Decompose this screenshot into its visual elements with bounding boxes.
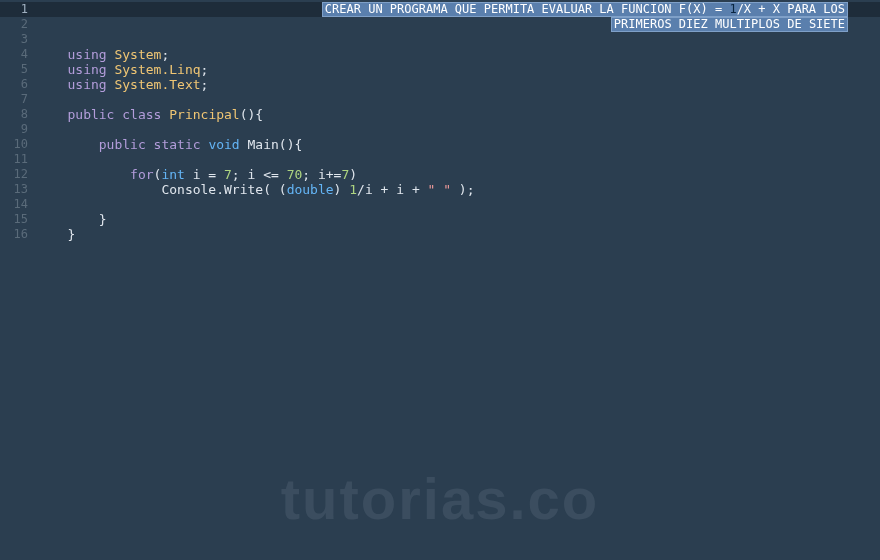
keyword: using (67, 47, 106, 62)
number: 70 (287, 167, 303, 182)
code-line[interactable]: using System; (36, 47, 880, 62)
punct: ) (349, 167, 357, 182)
punct: ; (201, 62, 209, 77)
line-number: 3 (0, 32, 36, 47)
selection-text: /X + X PARA LOS (737, 2, 845, 16)
code-line[interactable]: public class Principal(){ (36, 107, 880, 122)
code-line[interactable]: using System.Text; (36, 77, 880, 92)
punct: ; (161, 47, 169, 62)
punct: (){ (279, 137, 302, 152)
code-text: ); (451, 182, 474, 197)
code-text: ; i+= (302, 167, 341, 182)
line-number: 13 (0, 182, 36, 197)
code-area[interactable]: CREAR UN PROGRAMA QUE PERMITA EVALUAR LA… (36, 0, 880, 560)
line-number: 16 (0, 227, 36, 242)
classname: Principal (169, 107, 239, 122)
classname: System.Linq (114, 62, 200, 77)
code-text: ; i <= (232, 167, 287, 182)
line-number: 4 (0, 47, 36, 62)
line-number: 1 (0, 2, 36, 17)
line-number: 14 (0, 197, 36, 212)
code-line[interactable] (36, 92, 880, 107)
code-line[interactable] (36, 152, 880, 167)
keyword: static (154, 137, 201, 152)
selected-comment-line-1[interactable]: CREAR UN PROGRAMA QUE PERMITA EVALUAR LA… (322, 2, 848, 17)
selection-text: CREAR UN PROGRAMA QUE PERMITA EVALUAR LA… (325, 2, 730, 16)
classname: System (114, 47, 161, 62)
number: 7 (224, 167, 232, 182)
code-line[interactable] (36, 197, 880, 212)
keyword: using (67, 77, 106, 92)
line-number: 5 (0, 62, 36, 77)
line-number: 9 (0, 122, 36, 137)
code-line[interactable]: Console.Write( (double) 1/i + i + " " ); (36, 182, 880, 197)
type: int (161, 167, 184, 182)
code-line[interactable] (36, 32, 880, 47)
method-name: Main (248, 137, 279, 152)
punct: ; (201, 77, 209, 92)
keyword: public (67, 107, 114, 122)
code-line[interactable]: } (36, 212, 880, 227)
selected-comment-line-2[interactable]: PRIMEROS DIEZ MULTIPLOS DE SIETE (611, 17, 848, 32)
line-number: 12 (0, 167, 36, 182)
line-number: 7 (0, 92, 36, 107)
punct: (){ (240, 107, 263, 122)
line-number: 11 (0, 152, 36, 167)
keyword: for (130, 167, 153, 182)
line-number: 8 (0, 107, 36, 122)
keyword: public (99, 137, 146, 152)
line-number: 10 (0, 137, 36, 152)
code-line[interactable]: using System.Linq; (36, 62, 880, 77)
code-line[interactable] (36, 122, 880, 137)
punct: } (67, 227, 75, 242)
string: " " (428, 182, 451, 197)
code-editor[interactable]: 1 2 3 4 5 6 7 8 9 10 11 12 13 14 15 16 C… (0, 0, 880, 560)
line-number: 2 (0, 17, 36, 32)
code-text: ) (334, 182, 350, 197)
keyword: using (67, 62, 106, 77)
line-number: 6 (0, 77, 36, 92)
code-line[interactable]: public static void Main(){ (36, 137, 880, 152)
line-number: 15 (0, 212, 36, 227)
punct: } (99, 212, 107, 227)
code-text: Console.Write( ( (161, 182, 286, 197)
type: double (287, 182, 334, 197)
code-line[interactable]: for(int i = 7; i <= 70; i+=7) (36, 167, 880, 182)
number: 1 (349, 182, 357, 197)
classname: System.Text (114, 77, 200, 92)
code-text: i = (185, 167, 224, 182)
selection-text: 1 (729, 2, 736, 16)
line-gutter: 1 2 3 4 5 6 7 8 9 10 11 12 13 14 15 16 (0, 0, 36, 560)
code-text: /i + i + (357, 182, 427, 197)
code-line[interactable]: } (36, 227, 880, 242)
keyword: class (122, 107, 161, 122)
type: void (208, 137, 239, 152)
